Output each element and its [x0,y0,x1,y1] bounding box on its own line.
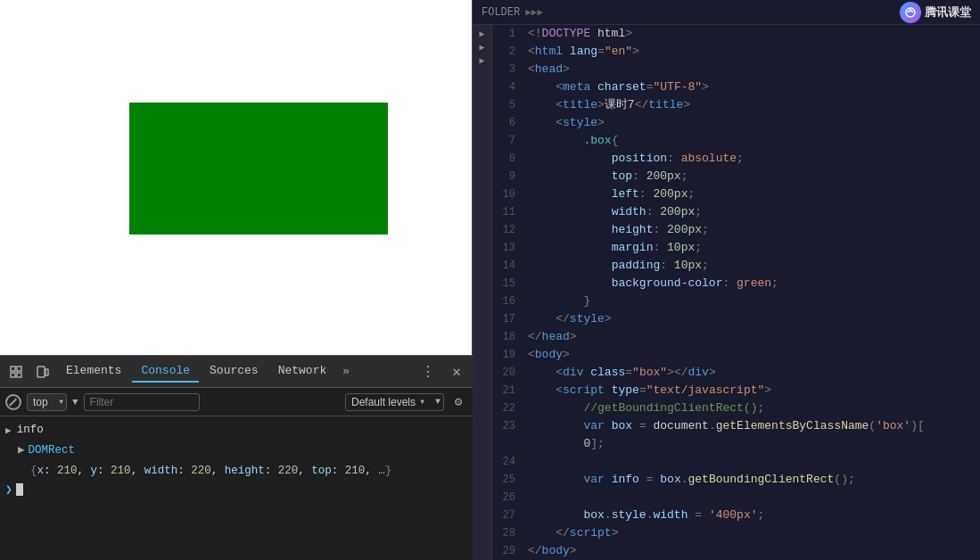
info-text: info [17,422,44,439]
clear-console-icon[interactable] [5,394,21,410]
logo-circle [900,2,921,23]
tab-sources[interactable]: Sources [201,360,268,383]
editor-sidebar: ▶ ▶ ▶ [473,25,492,560]
code-line-13: 13 margin: 10px; [492,239,980,257]
tab-console[interactable]: Console [132,360,199,383]
svg-rect-1 [17,366,21,371]
code-line-21: 21 <script type="text/javascript"> [492,382,980,399]
tab-elements[interactable]: Elements [57,360,130,383]
code-line-10: 10 left: 200px; [492,185,980,203]
code-line-11: 11 width: 200px; [492,203,980,221]
context-select-wrapper: top [27,393,67,411]
code-line-7: 7 .box{ [492,132,980,150]
console-domrect-label: ▶ DOMRect [0,441,473,461]
code-line-8: 8 position: absolute; [492,150,980,168]
code-line-26: 26 [492,489,980,506]
logo-text: 腾讯课堂 [925,4,971,21]
code-line-2: 2 <html lang="en"> [492,43,980,61]
code-line-12: 12 height: 200px; [492,221,980,239]
left-panel: Elements Console Sources Network » ⋮ ✕ t… [0,0,473,560]
code-line-9: 9 top: 200px; [492,168,980,185]
code-line-19: 19 <body> [492,346,980,364]
inspect-icon[interactable] [4,359,29,384]
settings-icon[interactable]: ⚙ [449,393,467,411]
code-line-5: 5 <title>课时7</title> [492,96,980,114]
tab-network[interactable]: Network [269,360,336,383]
right-panel: FOLDER ▶▶▶ 腾讯课堂 ▶ ▶ ▶ 1 <!DOCTYPE html> [473,0,980,560]
devtools-tabs: Elements Console Sources Network » ⋮ ✕ [0,356,473,388]
code-line-18: 18 </head> [492,328,980,346]
console-line-info: ▶ info [0,420,473,441]
filter-input[interactable] [84,393,200,411]
editor-header: FOLDER ▶▶▶ 腾讯课堂 [473,0,980,25]
code-line-28: 28 </script> [492,524,980,542]
code-line-22: 22 //getBoundingClientRect(); [492,399,980,417]
domrect-obj-text: {x: 210, y: 210, width: 220, height: 220… [30,463,391,480]
code-area[interactable]: 1 <!DOCTYPE html> 2 <html lang="en"> 3 <… [492,25,980,560]
console-output: ▶ info ▶ DOMRect {x: 210, y: 210, width:… [0,416,473,560]
devtools-close-icon[interactable]: ✕ [444,359,469,384]
code-line-4: 4 <meta charset="UTF-8"> [492,78,980,96]
code-line-24: 24 [492,453,980,471]
levels-select-wrapper: Default levels ▼ [345,393,444,411]
logo-icon [904,6,917,19]
svg-rect-2 [11,373,15,377]
code-line-3: 3 <head> [492,61,980,78]
code-line-1: 1 <!DOCTYPE html> [492,25,980,43]
tab-more[interactable]: » [337,361,355,382]
svg-rect-5 [45,369,48,375]
svg-rect-3 [17,373,21,377]
context-select[interactable]: top [27,393,67,411]
cursor-blink [16,483,23,496]
code-line-23: 23 var box = document.getElementsByClass… [492,417,980,435]
domrect-expand-icon[interactable]: ▶ [18,442,25,459]
code-line-27: 27 box.style.width = '400px'; [492,506,980,524]
green-box-element [129,103,388,235]
device-icon[interactable] [30,359,55,384]
console-toolbar: top ▼ Default levels ▼ ⚙ [0,388,473,416]
sidebar-chevron-3[interactable]: ▶ [479,55,484,66]
code-line-14: 14 padding: 10px; [492,257,980,275]
svg-rect-0 [11,366,15,371]
devtools-actions: ⋮ ✕ [416,359,469,384]
arrow-right-icon: ▶ [5,424,12,439]
code-line-23b: 0]; [492,435,980,453]
code-line-16: 16 } [492,292,980,310]
console-cursor-line[interactable]: ❯ [0,481,473,498]
devtools-menu-icon[interactable]: ⋮ [416,359,441,384]
folder-label: FOLDER ▶▶▶ [482,6,543,19]
sidebar-chevron-2[interactable]: ▶ [479,42,484,53]
editor-logo: 腾讯课堂 [900,2,971,23]
levels-select[interactable]: Default levels [345,393,444,411]
devtools-panel: Elements Console Sources Network » ⋮ ✕ t… [0,355,473,560]
code-line-6: 6 <style> [492,114,980,132]
editor-body: ▶ ▶ ▶ 1 <!DOCTYPE html> 2 <html lang="en… [473,25,980,560]
context-arrow: ▼ [72,397,78,408]
code-line-29: 29 </body> [492,542,980,560]
domrect-label-text: DOMRect [29,442,76,459]
console-domrect-obj: {x: 210, y: 210, width: 220, height: 220… [0,461,473,482]
svg-rect-4 [37,366,45,377]
code-line-20: 20 <div class="box"></div> [492,364,980,382]
code-line-25: 25 var info = box.getBoundingClientRect(… [492,471,980,489]
folder-chevrons: ▶▶▶ [525,6,543,18]
code-line-15: 15 background-color: green; [492,275,980,292]
code-line-17: 17 </style> [492,310,980,328]
sidebar-chevron-1[interactable]: ▶ [479,29,484,39]
cursor-indicator: ❯ [5,482,12,497]
